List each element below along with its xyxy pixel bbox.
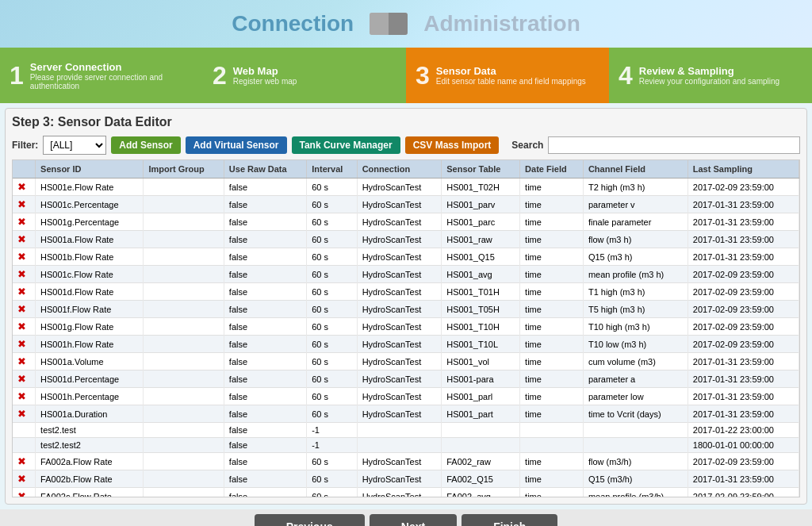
connection-cell[interactable]: HydroScanTest xyxy=(357,196,442,213)
date-field-cell[interactable]: time xyxy=(520,453,584,470)
interval-cell[interactable]: 60 s xyxy=(307,301,357,318)
last-sampling-cell[interactable]: 2017-01-31 23:59:00 xyxy=(688,371,799,388)
interval-cell[interactable]: 60 s xyxy=(307,488,357,498)
sensor-table-cell[interactable]: HS001_parc xyxy=(442,213,520,231)
use-raw-cell[interactable]: false xyxy=(224,213,306,231)
channel-field-cell[interactable]: mean profile (m3 h) xyxy=(583,266,688,283)
last-sampling-cell[interactable]: 2017-02-09 23:59:00 xyxy=(688,301,799,318)
sensor-id-cell[interactable]: HS001a.Duration xyxy=(36,405,144,423)
sensor-id-cell[interactable]: HS001d.Flow Rate xyxy=(36,283,144,301)
delete-icon[interactable]: ✖ xyxy=(17,268,26,280)
last-sampling-cell[interactable]: 2017-02-09 23:59:00 xyxy=(688,336,799,353)
delete-icon[interactable]: ✖ xyxy=(17,455,26,467)
channel-field-cell[interactable]: cum volume (m3) xyxy=(583,353,688,371)
table-row[interactable]: ✖HS001g.Flow Ratefalse60 sHydroScanTestH… xyxy=(13,318,799,336)
use-raw-cell[interactable]: false xyxy=(224,371,306,388)
date-field-cell[interactable] xyxy=(520,423,584,438)
last-sampling-cell[interactable]: 2017-01-31 23:59:00 xyxy=(688,388,799,405)
import-group-cell[interactable] xyxy=(144,405,224,423)
delete-icon[interactable]: ✖ xyxy=(17,373,26,385)
last-sampling-cell[interactable]: 2017-01-31 23:59:00 xyxy=(688,248,799,266)
channel-field-cell[interactable]: finale parameter xyxy=(583,213,688,231)
use-raw-cell[interactable]: false xyxy=(224,301,306,318)
toggle-left[interactable] xyxy=(370,13,389,35)
last-sampling-cell[interactable]: 2017-01-31 23:59:00 xyxy=(688,405,799,423)
interval-cell[interactable]: 60 s xyxy=(307,318,357,336)
connection-cell[interactable]: HydroScanTest xyxy=(357,266,442,283)
sensor-table-cell[interactable]: FA002_avg xyxy=(442,488,520,498)
use-raw-cell[interactable]: false xyxy=(224,231,306,248)
delete-icon[interactable]: ✖ xyxy=(17,233,26,245)
use-raw-cell[interactable]: false xyxy=(224,488,306,498)
import-group-cell[interactable] xyxy=(144,423,224,438)
table-row[interactable]: ✖HS001a.Durationfalse60 sHydroScanTestHS… xyxy=(13,405,799,423)
delete-icon[interactable]: ✖ xyxy=(17,303,26,315)
use-raw-cell[interactable]: false xyxy=(224,318,306,336)
date-field-cell[interactable]: time xyxy=(520,196,584,213)
sensor-id-cell[interactable]: HS001g.Flow Rate xyxy=(36,318,144,336)
import-group-cell[interactable] xyxy=(144,388,224,405)
channel-field-cell[interactable]: flow (m3 h) xyxy=(583,231,688,248)
table-row[interactable]: test2.testfalse-12017-01-22 23:00:00 xyxy=(13,423,799,438)
last-sampling-cell[interactable]: 2017-01-31 23:59:00 xyxy=(688,196,799,213)
sensor-table-cell[interactable]: HS001_T10L xyxy=(442,336,520,353)
last-sampling-cell[interactable]: 2017-02-09 23:59:00 xyxy=(688,266,799,283)
sensor-table-cell[interactable]: HS001_T10H xyxy=(442,318,520,336)
interval-cell[interactable]: 60 s xyxy=(307,371,357,388)
last-sampling-cell[interactable]: 2017-02-09 23:59:00 xyxy=(688,453,799,470)
delete-icon[interactable]: ✖ xyxy=(17,390,26,402)
sensor-table-cell[interactable]: HS001-para xyxy=(442,371,520,388)
table-row[interactable]: ✖HS001c.Percentagefalse60 sHydroScanTest… xyxy=(13,196,799,213)
import-group-cell[interactable] xyxy=(144,353,224,371)
channel-field-cell[interactable]: Q15 (m3 h) xyxy=(583,248,688,266)
date-field-cell[interactable]: time xyxy=(520,388,584,405)
sensor-table-cell[interactable]: HS001_T05H xyxy=(442,301,520,318)
sensor-id-cell[interactable]: FA002a.Flow Rate xyxy=(36,453,144,470)
use-raw-cell[interactable]: false xyxy=(224,353,306,371)
import-group-cell[interactable] xyxy=(144,453,224,470)
connection-cell[interactable]: HydroScanTest xyxy=(357,371,442,388)
connection-cell[interactable] xyxy=(357,438,442,453)
sensor-id-cell[interactable]: FA002b.Flow Rate xyxy=(36,470,144,488)
connection-cell[interactable]: HydroScanTest xyxy=(357,248,442,266)
last-sampling-cell[interactable]: 2017-01-22 23:00:00 xyxy=(688,423,799,438)
delete-icon[interactable]: ✖ xyxy=(17,473,26,485)
delete-icon[interactable]: ✖ xyxy=(17,251,26,263)
use-raw-cell[interactable]: false xyxy=(224,438,306,453)
last-sampling-cell[interactable]: 1800-01-01 00:00:00 xyxy=(688,438,799,453)
date-field-cell[interactable]: time xyxy=(520,336,584,353)
previous-button[interactable]: Previous xyxy=(255,514,365,526)
import-group-cell[interactable] xyxy=(144,213,224,231)
step-2[interactable]: 2 Web Map Register web map xyxy=(203,48,406,103)
last-sampling-cell[interactable]: 2017-01-31 23:59:00 xyxy=(688,353,799,371)
import-group-cell[interactable] xyxy=(144,438,224,453)
table-row[interactable]: ✖FA002b.Flow Ratefalse60 sHydroScanTestF… xyxy=(13,470,799,488)
add-virtual-sensor-button[interactable]: Add Virtual Sensor xyxy=(186,136,287,154)
date-field-cell[interactable]: time xyxy=(520,318,584,336)
channel-field-cell[interactable]: parameter a xyxy=(583,371,688,388)
interval-cell[interactable]: 60 s xyxy=(307,196,357,213)
toggle-switch[interactable] xyxy=(370,13,408,35)
sensor-id-cell[interactable]: HS001c.Flow Rate xyxy=(36,266,144,283)
delete-icon[interactable]: ✖ xyxy=(17,338,26,350)
connection-cell[interactable]: HydroScanTest xyxy=(357,336,442,353)
sensor-table-cell[interactable]: HS001_avg xyxy=(442,266,520,283)
interval-cell[interactable]: 60 s xyxy=(307,283,357,301)
table-row[interactable]: ✖HS001c.Flow Ratefalse60 sHydroScanTestH… xyxy=(13,266,799,283)
search-input[interactable] xyxy=(548,136,800,154)
delete-icon[interactable]: ✖ xyxy=(17,408,26,420)
connection-cell[interactable]: HydroScanTest xyxy=(357,231,442,248)
date-field-cell[interactable] xyxy=(520,438,584,453)
sensor-id-cell[interactable]: HS001a.Volume xyxy=(36,353,144,371)
channel-field-cell[interactable]: T1 high (m3 h) xyxy=(583,283,688,301)
delete-icon[interactable]: ✖ xyxy=(17,355,26,367)
connection-cell[interactable]: HydroScanTest xyxy=(357,353,442,371)
delete-icon[interactable]: ✖ xyxy=(17,321,26,332)
toggle-right[interactable] xyxy=(389,13,408,35)
table-row[interactable]: ✖HS001f.Flow Ratefalse60 sHydroScanTestH… xyxy=(13,301,799,318)
interval-cell[interactable]: 60 s xyxy=(307,453,357,470)
table-row[interactable]: ✖HS001b.Flow Ratefalse60 sHydroScanTestH… xyxy=(13,248,799,266)
sensor-id-cell[interactable]: HS001h.Flow Rate xyxy=(36,336,144,353)
sensor-id-cell[interactable]: HS001f.Flow Rate xyxy=(36,301,144,318)
interval-cell[interactable]: 60 s xyxy=(307,470,357,488)
